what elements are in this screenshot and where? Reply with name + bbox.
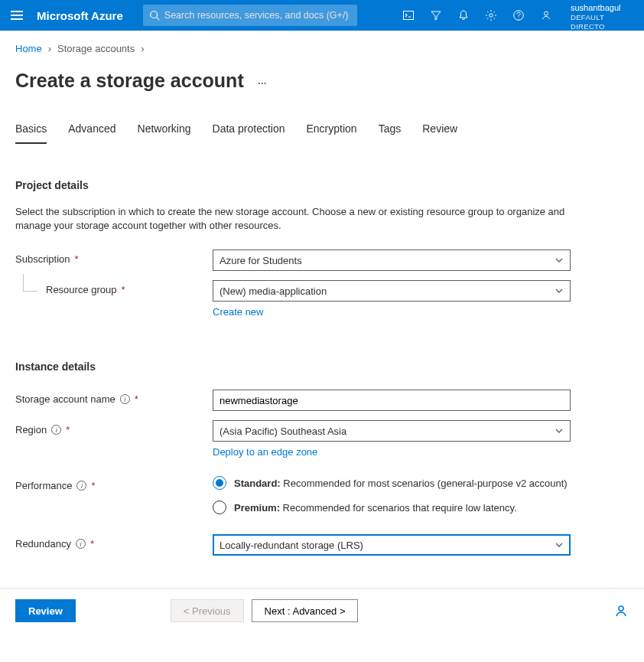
tab-review[interactable]: Review: [422, 118, 457, 144]
tab-data-protection[interactable]: Data protection: [213, 118, 285, 144]
azure-top-bar: Microsoft Azure Search resources, servic…: [0, 0, 644, 31]
radio-standard[interactable]: [213, 476, 226, 490]
user-name: sushantbagul: [571, 3, 636, 13]
chevron-down-icon: [555, 540, 564, 549]
feedback-agent-icon[interactable]: [613, 603, 629, 618]
global-search[interactable]: Search resources, services, and docs (G+…: [143, 5, 357, 26]
redundancy-label-text: Redundancy: [15, 538, 71, 549]
radio-premium-row[interactable]: Premium: Recommended for scenarios that …: [213, 501, 571, 514]
deploy-edge-link[interactable]: Deploy to an edge zone: [213, 446, 317, 458]
row-redundancy: Redundancy i * Locally-redundant storage…: [15, 534, 629, 556]
radio-premium[interactable]: [213, 501, 226, 514]
settings-icon[interactable]: [477, 0, 505, 31]
svg-line-1: [156, 18, 159, 21]
top-icon-bar: [395, 0, 560, 31]
info-icon[interactable]: i: [76, 539, 86, 549]
required-asterisk: *: [66, 424, 70, 435]
required-asterisk: *: [122, 284, 125, 295]
row-region: Region i * (Asia Pacific) Southeast Asia…: [15, 420, 629, 458]
radio-standard-row[interactable]: Standard: Recommended for most scenarios…: [213, 476, 571, 490]
redundancy-label: Redundancy i *: [15, 534, 213, 549]
redundancy-select[interactable]: Locally-redundant storage (LRS): [213, 534, 571, 556]
breadcrumb-storage[interactable]: Storage accounts: [57, 43, 135, 54]
required-asterisk: *: [135, 393, 138, 405]
radio-standard-label: Standard: Recommended for most scenarios…: [234, 478, 568, 489]
wizard-footer: Review < Previous Next : Advanced >: [0, 588, 644, 633]
tab-advanced[interactable]: Advanced: [68, 118, 115, 144]
performance-label-text: Performance: [15, 480, 72, 491]
wizard-tabs: Basics Advanced Networking Data protecti…: [15, 118, 629, 144]
storage-name-label-text: Storage account name: [15, 393, 115, 405]
review-button[interactable]: Review: [15, 599, 76, 622]
project-details-heading: Project details: [15, 179, 629, 191]
more-actions-icon[interactable]: …: [258, 76, 268, 86]
required-asterisk: *: [75, 253, 79, 265]
info-icon[interactable]: i: [51, 425, 61, 435]
tab-basics[interactable]: Basics: [15, 118, 47, 144]
row-resource-group: Resource group * (New) media-application…: [15, 280, 629, 318]
brand-label[interactable]: Microsoft Azure: [37, 9, 123, 22]
create-new-link[interactable]: Create new: [213, 306, 263, 318]
info-icon[interactable]: i: [120, 394, 130, 404]
chevron-down-icon: [555, 426, 564, 435]
svg-point-0: [151, 11, 158, 18]
subscription-label: Subscription *: [15, 249, 213, 265]
radio-standard-rest: Recommended for most scenarios (general-…: [281, 478, 568, 489]
previous-button: < Previous: [171, 599, 244, 622]
help-icon[interactable]: [505, 0, 532, 31]
required-asterisk: *: [90, 538, 94, 549]
radio-premium-bold: Premium:: [234, 502, 280, 514]
storage-name-input[interactable]: [220, 395, 548, 406]
row-subscription: Subscription * Azure for Students: [15, 249, 629, 271]
page-title: Create a storage account: [15, 70, 244, 92]
directory-filter-icon[interactable]: [422, 0, 450, 31]
feedback-icon[interactable]: [532, 0, 560, 31]
region-label: Region i *: [15, 420, 213, 435]
info-icon[interactable]: i: [76, 481, 86, 491]
resource-group-select[interactable]: (New) media-application: [213, 280, 571, 302]
notifications-icon[interactable]: [450, 0, 477, 31]
search-icon: [149, 10, 160, 21]
project-details-helper: Select the subscription in which to crea…: [15, 205, 581, 233]
subscription-label-text: Subscription: [15, 253, 70, 265]
tab-encryption[interactable]: Encryption: [307, 118, 357, 144]
chevron-right-icon: ›: [48, 43, 51, 54]
radio-standard-bold: Standard:: [234, 478, 281, 489]
instance-details-heading: Instance details: [15, 360, 629, 373]
svg-rect-2: [404, 11, 414, 20]
tab-networking[interactable]: Networking: [138, 118, 191, 144]
chevron-down-icon: [555, 286, 564, 295]
breadcrumb: Home › Storage accounts ›: [15, 43, 629, 54]
region-value: (Asia Pacific) Southeast Asia: [220, 426, 346, 437]
resource-group-label-text: Resource group: [46, 284, 117, 295]
resource-group-value: (New) media-application: [220, 285, 327, 297]
region-label-text: Region: [15, 424, 47, 435]
chevron-down-icon: [555, 256, 564, 265]
redundancy-value: Locally-redundant storage (LRS): [220, 540, 363, 551]
breadcrumb-home[interactable]: Home: [15, 43, 42, 54]
next-button[interactable]: Next : Advanced >: [252, 599, 359, 622]
tab-tags[interactable]: Tags: [379, 118, 402, 144]
performance-label: Performance i *: [15, 476, 213, 491]
storage-name-input-wrap: [213, 390, 571, 411]
svg-point-5: [545, 11, 548, 15]
required-asterisk: *: [91, 480, 95, 491]
row-storage-name: Storage account name i *: [15, 390, 629, 411]
section-instance-details: Instance details Storage account name i …: [15, 360, 629, 556]
radio-premium-label: Premium: Recommended for scenarios that …: [234, 502, 517, 514]
region-select[interactable]: (Asia Pacific) Southeast Asia: [213, 420, 571, 442]
subscription-value: Azure for Students: [220, 255, 302, 266]
chevron-right-icon: ›: [141, 43, 144, 54]
storage-name-label: Storage account name i *: [15, 390, 213, 405]
user-directory: DEFAULT DIRECTO: [571, 13, 636, 31]
subscription-select[interactable]: Azure for Students: [213, 249, 571, 271]
hamburger-icon[interactable]: [11, 8, 26, 23]
row-performance: Performance i * Standard: Recommended fo…: [15, 476, 629, 525]
svg-point-3: [490, 14, 493, 17]
svg-point-6: [619, 606, 623, 611]
section-project-details: Project details Select the subscription …: [15, 179, 629, 318]
cloud-shell-icon[interactable]: [395, 0, 422, 31]
page-title-row: Create a storage account …: [15, 70, 629, 92]
user-account-block[interactable]: sushantbagul DEFAULT DIRECTO: [566, 0, 638, 31]
resource-group-label: Resource group *: [46, 280, 213, 295]
